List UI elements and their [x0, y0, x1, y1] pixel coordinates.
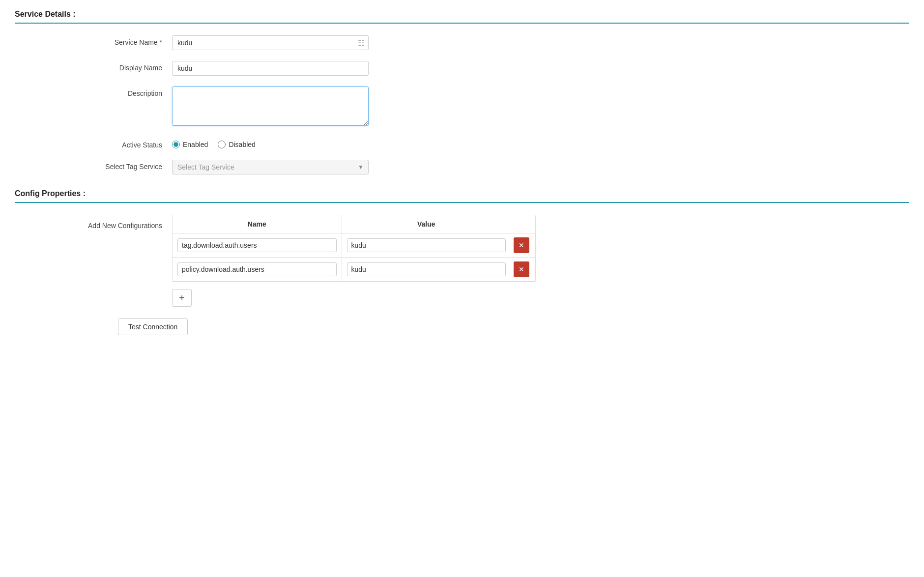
description-wrapper [172, 87, 369, 127]
active-status-row: Active Status Enabled Disabled [15, 138, 909, 149]
config-value-cell-1 [342, 233, 511, 258]
config-action-header [511, 215, 535, 233]
service-name-row: Service Name * ☷ [15, 35, 909, 50]
config-value-header: Value [342, 215, 511, 233]
config-row-wrapper: Add New Configurations Name Value [15, 215, 909, 307]
disabled-radio-label[interactable]: Disabled [218, 141, 255, 148]
config-value-cell-2 [342, 258, 511, 282]
active-status-radio-group: Enabled Disabled [172, 138, 369, 148]
display-name-row: Display Name [15, 61, 909, 76]
table-row: ✕ [173, 258, 535, 282]
select-tag-service-label: Select Tag Service [74, 160, 172, 171]
service-name-input-wrapper: ☷ [172, 35, 369, 50]
config-name-input-1[interactable] [177, 238, 337, 252]
config-name-input-2[interactable] [177, 262, 337, 276]
active-status-wrapper: Enabled Disabled [172, 138, 369, 148]
delete-row-1-button[interactable]: ✕ [514, 237, 529, 253]
config-name-cell-2 [173, 258, 342, 282]
config-action-cell-1: ✕ [511, 233, 535, 258]
enabled-label: Enabled [183, 141, 208, 148]
service-name-label: Service Name * [74, 35, 172, 46]
enabled-radio[interactable] [172, 141, 180, 148]
config-value-input-1[interactable] [347, 238, 506, 252]
contact-card-icon: ☷ [358, 38, 365, 48]
close-icon-2: ✕ [519, 265, 524, 273]
service-name-wrapper: ☷ [172, 35, 369, 50]
disabled-radio[interactable] [218, 141, 226, 148]
config-table-body: ✕ [173, 233, 535, 282]
active-status-label: Active Status [74, 138, 172, 149]
display-name-input[interactable] [172, 61, 369, 76]
config-properties-section: Config Properties : Add New Configuratio… [15, 189, 909, 335]
test-connection-row: Test Connection [15, 307, 909, 335]
disabled-label: Disabled [229, 141, 255, 148]
config-properties-title: Config Properties : [15, 189, 909, 203]
config-table: Name Value [173, 215, 535, 282]
config-value-input-2[interactable] [347, 262, 506, 276]
description-textarea[interactable] [172, 87, 369, 126]
add-config-row-button[interactable]: + [172, 289, 192, 307]
config-table-wrapper: Name Value [172, 215, 536, 282]
config-name-header: Name [173, 215, 342, 233]
plus-icon: + [179, 292, 185, 304]
service-details-title: Service Details : [15, 10, 909, 24]
display-name-wrapper [172, 61, 369, 76]
select-tag-service-row: Select Tag Service Select Tag Service ▼ [15, 160, 909, 174]
service-name-input[interactable] [172, 35, 369, 50]
add-new-configurations-label: Add New Configurations [74, 215, 172, 230]
select-tag-service-select-wrapper: Select Tag Service ▼ [172, 160, 369, 174]
enabled-radio-label[interactable]: Enabled [172, 141, 208, 148]
select-tag-service-select[interactable]: Select Tag Service [172, 160, 369, 174]
config-name-cell-1 [173, 233, 342, 258]
config-content: Name Value [172, 215, 909, 307]
display-name-label: Display Name [74, 61, 172, 72]
test-connection-button[interactable]: Test Connection [118, 318, 188, 335]
config-table-header-row: Name Value [173, 215, 535, 233]
config-action-cell-2: ✕ [511, 258, 535, 282]
service-details-section: Service Details : Service Name * ☷ Displ… [15, 10, 909, 174]
select-tag-service-wrapper: Select Tag Service ▼ [172, 160, 369, 174]
description-label: Description [74, 87, 172, 97]
close-icon-1: ✕ [519, 241, 524, 249]
table-row: ✕ [173, 233, 535, 258]
description-row: Description [15, 87, 909, 127]
delete-row-2-button[interactable]: ✕ [514, 261, 529, 277]
config-table-head: Name Value [173, 215, 535, 233]
